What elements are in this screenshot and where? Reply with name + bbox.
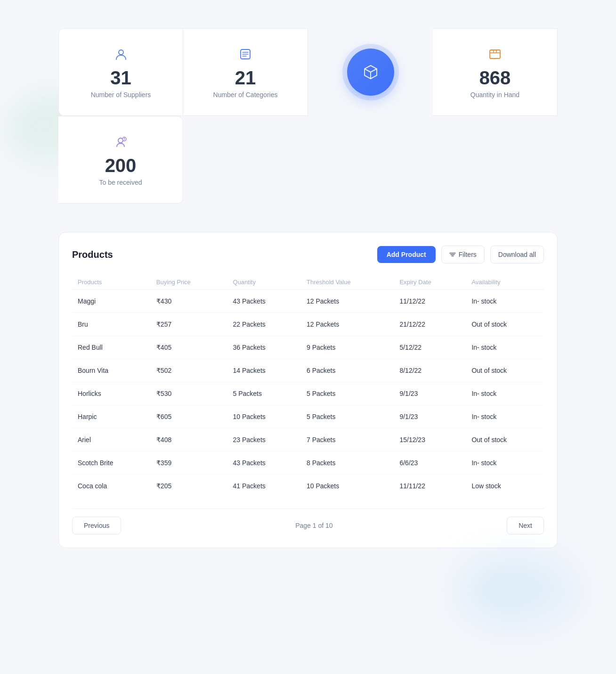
- product-availability: Out of stock: [466, 359, 544, 382]
- table-header-row: Products Buying Price Quantity Threshold…: [72, 275, 544, 290]
- product-threshold: 5 Packets: [301, 405, 394, 428]
- filters-label: Filters: [459, 251, 477, 258]
- col-expiry: Expiry Date: [394, 275, 466, 290]
- stat-card-quantity: 868 Quantity in Hand: [433, 28, 558, 116]
- suppliers-count: 31: [110, 68, 131, 87]
- pagination: Previous Page 1 of 10 Next: [72, 509, 544, 534]
- product-expiry: 9/1/23: [394, 405, 466, 428]
- table-row: Scotch Brite ₹359 43 Packets 8 Packets 6…: [72, 452, 544, 475]
- stat-card-receive: 200 To be received: [58, 116, 183, 204]
- product-threshold: 8 Packets: [301, 452, 394, 475]
- list-icon: [237, 46, 254, 63]
- receive-icon: [112, 133, 129, 150]
- receive-count: 200: [105, 156, 137, 175]
- product-quantity: 5 Packets: [227, 382, 301, 405]
- product-name: Bru: [72, 313, 151, 336]
- product-name: Scotch Brite: [72, 452, 151, 475]
- table-row: Horlicks ₹530 5 Packets 5 Packets 9/1/23…: [72, 382, 544, 405]
- product-name: Bourn Vita: [72, 359, 151, 382]
- header-actions: Add Product Filters Download all: [377, 246, 544, 263]
- product-threshold: 10 Packets: [301, 475, 394, 498]
- product-price: ₹359: [151, 452, 227, 475]
- product-availability: In- stock: [466, 290, 544, 313]
- product-expiry: 11/12/22: [394, 290, 466, 313]
- table-row: Bru ₹257 22 Packets 12 Packets 21/12/22 …: [72, 313, 544, 336]
- product-quantity: 23 Packets: [227, 428, 301, 452]
- page-container: 31 Number of Suppliers 21 Number of Cate…: [58, 28, 558, 548]
- previous-button[interactable]: Previous: [72, 517, 121, 534]
- products-title: Products: [72, 249, 113, 260]
- product-availability: In- stock: [466, 382, 544, 405]
- col-buying-price: Buying Price: [151, 275, 227, 290]
- product-expiry: 21/12/22: [394, 313, 466, 336]
- product-threshold: 5 Packets: [301, 382, 394, 405]
- suppliers-label: Number of Suppliers: [91, 91, 151, 99]
- background-blob-bottom: [461, 556, 578, 627]
- table-row: Maggi ₹430 43 Packets 12 Packets 11/12/2…: [72, 290, 544, 313]
- product-name: Horlicks: [72, 382, 151, 405]
- svg-point-10: [124, 140, 125, 140]
- product-price: ₹502: [151, 359, 227, 382]
- filter-icon: [449, 251, 456, 258]
- products-card: Products Add Product Filters Download al…: [58, 232, 558, 548]
- table-row: Red Bull ₹405 36 Packets 9 Packets 5/12/…: [72, 336, 544, 359]
- svg-rect-6: [490, 50, 500, 58]
- product-availability: Out of stock: [466, 428, 544, 452]
- product-name: Ariel: [72, 428, 151, 452]
- product-price: ₹430: [151, 290, 227, 313]
- user-icon: [113, 46, 130, 63]
- quantity-label: Quantity in Hand: [470, 91, 519, 99]
- product-expiry: 5/12/22: [394, 336, 466, 359]
- product-quantity: 10 Packets: [227, 405, 301, 428]
- product-price: ₹408: [151, 428, 227, 452]
- product-availability: In- stock: [466, 336, 544, 359]
- stat-card-center: [308, 28, 433, 116]
- product-price: ₹405: [151, 336, 227, 359]
- product-expiry: 15/12/23: [394, 428, 466, 452]
- product-name: Red Bull: [72, 336, 151, 359]
- col-products: Products: [72, 275, 151, 290]
- product-quantity: 14 Packets: [227, 359, 301, 382]
- download-button[interactable]: Download all: [490, 246, 544, 263]
- product-quantity: 22 Packets: [227, 313, 301, 336]
- svg-point-0: [119, 50, 123, 55]
- filters-button[interactable]: Filters: [441, 246, 485, 263]
- table-row: Harpic ₹605 10 Packets 5 Packets 9/1/23 …: [72, 405, 544, 428]
- product-availability: Low stock: [466, 475, 544, 498]
- receive-label: To be received: [99, 179, 142, 186]
- product-name: Coca cola: [72, 475, 151, 498]
- add-product-button[interactable]: Add Product: [377, 246, 436, 263]
- product-threshold: 12 Packets: [301, 313, 394, 336]
- product-quantity: 43 Packets: [227, 290, 301, 313]
- col-threshold: Threshold Value: [301, 275, 394, 290]
- product-price: ₹605: [151, 405, 227, 428]
- product-quantity: 36 Packets: [227, 336, 301, 359]
- page-info: Page 1 of 10: [295, 522, 332, 529]
- products-header: Products Add Product Filters Download al…: [72, 246, 544, 263]
- product-threshold: 7 Packets: [301, 428, 394, 452]
- categories-count: 21: [235, 68, 256, 87]
- center-icon-circle: [347, 49, 394, 96]
- product-availability: In- stock: [466, 405, 544, 428]
- col-availability: Availability: [466, 275, 544, 290]
- products-table: Products Buying Price Quantity Threshold…: [72, 275, 544, 497]
- box-icon: [486, 46, 503, 63]
- next-button[interactable]: Next: [507, 517, 544, 534]
- product-threshold: 9 Packets: [301, 336, 394, 359]
- product-expiry: 6/6/23: [394, 452, 466, 475]
- product-price: ₹205: [151, 475, 227, 498]
- table-head: Products Buying Price Quantity Threshold…: [72, 275, 544, 290]
- stat-card-categories: 21 Number of Categories: [183, 28, 308, 116]
- product-quantity: 43 Packets: [227, 452, 301, 475]
- product-expiry: 11/11/22: [394, 475, 466, 498]
- product-expiry: 9/1/23: [394, 382, 466, 405]
- product-threshold: 6 Packets: [301, 359, 394, 382]
- stat-card-suppliers: 31 Number of Suppliers: [58, 28, 183, 116]
- categories-label: Number of Categories: [213, 91, 278, 99]
- product-price: ₹530: [151, 382, 227, 405]
- table-body: Maggi ₹430 43 Packets 12 Packets 11/12/2…: [72, 290, 544, 498]
- table-row: Coca cola ₹205 41 Packets 10 Packets 11/…: [72, 475, 544, 498]
- product-quantity: 41 Packets: [227, 475, 301, 498]
- table-row: Ariel ₹408 23 Packets 7 Packets 15/12/23…: [72, 428, 544, 452]
- product-name: Harpic: [72, 405, 151, 428]
